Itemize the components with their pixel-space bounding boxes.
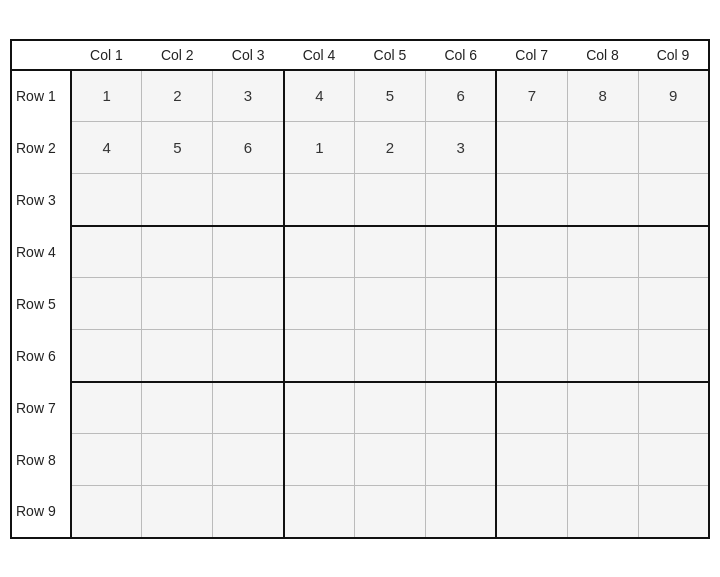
cell-r5-c5[interactable] <box>355 278 426 330</box>
cell-r2-c9[interactable] <box>638 122 709 174</box>
cell-r6-c2[interactable] <box>142 330 213 382</box>
cell-r1-c4[interactable]: 4 <box>284 70 355 122</box>
cell-r3-c2[interactable] <box>142 174 213 226</box>
cell-r5-c1[interactable] <box>71 278 142 330</box>
cell-r8-c8[interactable] <box>567 434 638 486</box>
cell-r3-c5[interactable] <box>355 174 426 226</box>
cell-r1-c3[interactable]: 3 <box>213 70 284 122</box>
row-label-2: Row 2 <box>11 122 71 174</box>
cell-r3-c3[interactable] <box>213 174 284 226</box>
header-col-8: Col 8 <box>567 40 638 70</box>
cell-r6-c1[interactable] <box>71 330 142 382</box>
cell-r7-c1[interactable] <box>71 382 142 434</box>
cell-r4-c1[interactable] <box>71 226 142 278</box>
table-wrapper: Col 1Col 2Col 3Col 4Col 5Col 6Col 7Col 8… <box>10 39 710 539</box>
cell-r5-c9[interactable] <box>638 278 709 330</box>
header-col-3: Col 3 <box>213 40 284 70</box>
cell-r4-c8[interactable] <box>567 226 638 278</box>
cell-r6-c4[interactable] <box>284 330 355 382</box>
cell-r7-c3[interactable] <box>213 382 284 434</box>
cell-r7-c6[interactable] <box>425 382 496 434</box>
cell-r1-c6[interactable]: 6 <box>425 70 496 122</box>
table-row: Row 7 <box>11 382 709 434</box>
cell-r2-c5[interactable]: 2 <box>355 122 426 174</box>
cell-r8-c6[interactable] <box>425 434 496 486</box>
cell-r4-c2[interactable] <box>142 226 213 278</box>
cell-r4-c3[interactable] <box>213 226 284 278</box>
cell-r4-c4[interactable] <box>284 226 355 278</box>
cell-r2-c4[interactable]: 1 <box>284 122 355 174</box>
data-table: Col 1Col 2Col 3Col 4Col 5Col 6Col 7Col 8… <box>10 39 710 539</box>
cell-r3-c6[interactable] <box>425 174 496 226</box>
cell-r3-c7[interactable] <box>496 174 567 226</box>
cell-r1-c8[interactable]: 8 <box>567 70 638 122</box>
cell-r8-c3[interactable] <box>213 434 284 486</box>
cell-r2-c1[interactable]: 4 <box>71 122 142 174</box>
cell-r4-c7[interactable] <box>496 226 567 278</box>
cell-r9-c4[interactable] <box>284 486 355 538</box>
cell-r9-c8[interactable] <box>567 486 638 538</box>
cell-r4-c6[interactable] <box>425 226 496 278</box>
cell-r8-c7[interactable] <box>496 434 567 486</box>
header-col-2: Col 2 <box>142 40 213 70</box>
cell-r6-c3[interactable] <box>213 330 284 382</box>
cell-r7-c2[interactable] <box>142 382 213 434</box>
cell-r9-c6[interactable] <box>425 486 496 538</box>
header-col-7: Col 7 <box>496 40 567 70</box>
row-label-5: Row 5 <box>11 278 71 330</box>
row-label-1: Row 1 <box>11 70 71 122</box>
cell-r4-c9[interactable] <box>638 226 709 278</box>
cell-r1-c1[interactable]: 1 <box>71 70 142 122</box>
cell-r5-c4[interactable] <box>284 278 355 330</box>
cell-r9-c3[interactable] <box>213 486 284 538</box>
cell-r8-c1[interactable] <box>71 434 142 486</box>
header-col-1: Col 1 <box>71 40 142 70</box>
cell-r8-c4[interactable] <box>284 434 355 486</box>
cell-r5-c8[interactable] <box>567 278 638 330</box>
cell-r8-c9[interactable] <box>638 434 709 486</box>
cell-r8-c5[interactable] <box>355 434 426 486</box>
cell-r7-c5[interactable] <box>355 382 426 434</box>
cell-r2-c7[interactable] <box>496 122 567 174</box>
cell-r6-c5[interactable] <box>355 330 426 382</box>
cell-r6-c7[interactable] <box>496 330 567 382</box>
cell-r2-c8[interactable] <box>567 122 638 174</box>
cell-r4-c5[interactable] <box>355 226 426 278</box>
cell-r7-c4[interactable] <box>284 382 355 434</box>
cell-r7-c7[interactable] <box>496 382 567 434</box>
cell-r7-c9[interactable] <box>638 382 709 434</box>
table-row: Row 5 <box>11 278 709 330</box>
header-col-4: Col 4 <box>284 40 355 70</box>
cell-r7-c8[interactable] <box>567 382 638 434</box>
cell-r5-c2[interactable] <box>142 278 213 330</box>
cell-r1-c9[interactable]: 9 <box>638 70 709 122</box>
header-row: Col 1Col 2Col 3Col 4Col 5Col 6Col 7Col 8… <box>11 40 709 70</box>
header-row-label <box>11 40 71 70</box>
cell-r3-c9[interactable] <box>638 174 709 226</box>
cell-r1-c5[interactable]: 5 <box>355 70 426 122</box>
cell-r6-c8[interactable] <box>567 330 638 382</box>
cell-r2-c3[interactable]: 6 <box>213 122 284 174</box>
cell-r8-c2[interactable] <box>142 434 213 486</box>
cell-r9-c7[interactable] <box>496 486 567 538</box>
header-col-5: Col 5 <box>355 40 426 70</box>
cell-r5-c3[interactable] <box>213 278 284 330</box>
cell-r1-c2[interactable]: 2 <box>142 70 213 122</box>
cell-r3-c1[interactable] <box>71 174 142 226</box>
cell-r2-c6[interactable]: 3 <box>425 122 496 174</box>
cell-r6-c6[interactable] <box>425 330 496 382</box>
table-row: Row 8 <box>11 434 709 486</box>
cell-r9-c5[interactable] <box>355 486 426 538</box>
cell-r2-c2[interactable]: 5 <box>142 122 213 174</box>
cell-r3-c4[interactable] <box>284 174 355 226</box>
table-row: Row 3 <box>11 174 709 226</box>
cell-r5-c6[interactable] <box>425 278 496 330</box>
cell-r5-c7[interactable] <box>496 278 567 330</box>
cell-r9-c2[interactable] <box>142 486 213 538</box>
cell-r9-c9[interactable] <box>638 486 709 538</box>
header-col-9: Col 9 <box>638 40 709 70</box>
cell-r9-c1[interactable] <box>71 486 142 538</box>
cell-r6-c9[interactable] <box>638 330 709 382</box>
cell-r1-c7[interactable]: 7 <box>496 70 567 122</box>
cell-r3-c8[interactable] <box>567 174 638 226</box>
